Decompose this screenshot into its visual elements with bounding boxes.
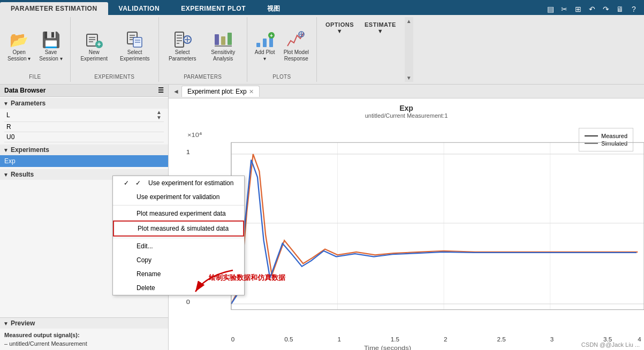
param-R-label: R: [6, 123, 11, 131]
svg-text:2.5: 2.5: [497, 336, 505, 343]
tab-experiment-plot[interactable]: EXPERIMENT PLOT: [170, 2, 256, 15]
icon-btn-4[interactable]: ↶: [586, 3, 598, 15]
new-experiment-label: New Experiment: [78, 49, 110, 62]
add-plot-button[interactable]: + Add Plot▾: [252, 28, 278, 64]
save-session-button[interactable]: 💾 SaveSession ▾: [36, 28, 65, 64]
ctx-check-validation: [124, 193, 132, 201]
folder-icon: 📂: [10, 30, 29, 49]
plot-model-response-button[interactable]: Plot ModelResponse: [281, 28, 312, 64]
svg-rect-13: [175, 32, 184, 47]
experiments-section: ▼ Experiments Exp: [0, 143, 168, 168]
svg-rect-22: [221, 36, 225, 45]
svg-rect-26: [263, 39, 267, 47]
chart-subtitle: untitled/Current Measurement:1: [174, 112, 639, 119]
ctx-copy-label: Copy: [137, 256, 151, 264]
svg-text:0: 0: [231, 336, 234, 343]
estimate-button[interactable]: ESTIMATE ▼: [360, 19, 400, 36]
data-browser-label: Data Browser: [4, 87, 46, 94]
ctx-plot-measured[interactable]: Plot measured experiment data: [113, 207, 244, 220]
results-arrow: ▼: [3, 172, 9, 178]
options-label: OPTIONS: [325, 21, 354, 28]
icon-btn-6[interactable]: 🖥: [614, 3, 626, 15]
tab-validation[interactable]: VALIDATION: [108, 2, 171, 15]
icon-btn-2[interactable]: ✂: [558, 3, 570, 15]
ribbon-scroll-up[interactable]: ▲: [406, 18, 412, 24]
exp-label: Exp: [4, 157, 16, 165]
select-experiments-label: Select Experiments: [119, 49, 151, 62]
ctx-divider-2: [113, 238, 244, 238]
select-parameters-button[interactable]: Select Parameters: [163, 28, 202, 64]
scroll-down[interactable]: ▼: [156, 115, 162, 120]
chart-tabs: ◄ Experiment plot: Exp ✕: [169, 85, 644, 98]
svg-text:+: +: [270, 33, 273, 39]
options-chevron: ▼: [337, 28, 343, 34]
ctx-plot-measured-simulated[interactable]: Plot measured & simulated data: [113, 220, 244, 237]
experiments-arrow: ▼: [3, 147, 9, 153]
chart-tab-left-arrow[interactable]: ◄: [171, 87, 181, 96]
icon-btn-7[interactable]: ?: [628, 3, 640, 15]
ctx-copy[interactable]: Copy: [113, 253, 244, 267]
svg-text:0: 0: [186, 298, 190, 305]
new-experiment-icon: +: [85, 30, 104, 49]
preview-label: Preview: [11, 319, 35, 327]
svg-text:2: 2: [444, 336, 447, 343]
icon-btn-5[interactable]: ↷: [600, 3, 612, 15]
svg-text:1: 1: [337, 336, 340, 343]
chart-tab-close[interactable]: ✕: [249, 88, 254, 95]
ctx-check-delete: [124, 284, 132, 292]
ctx-use-estimation-label: Use experiment for estimation: [148, 179, 233, 187]
svg-text:3: 3: [550, 336, 554, 343]
ctx-check-copy: [124, 256, 132, 264]
ctx-check-edit: [124, 242, 132, 250]
new-experiment-button[interactable]: + New Experiment: [75, 28, 113, 64]
param-item-U0: U0: [4, 132, 164, 142]
add-plot-icon: +: [255, 30, 275, 49]
add-plot-label: Add Plot▾: [255, 49, 275, 62]
ribbon-toolbar: 📂 OpenSession ▾ 💾 SaveSession ▾ FILE: [0, 15, 644, 85]
ctx-edit[interactable]: Edit...: [113, 239, 244, 253]
ctx-plot-measured-label: Plot measured experiment data: [137, 210, 226, 217]
chart-tab-exp[interactable]: Experiment plot: Exp ✕: [181, 86, 260, 97]
icon-btn-3[interactable]: ⊞: [572, 3, 584, 15]
parameters-group-label: PARAMETERS: [184, 74, 222, 80]
ctx-delete[interactable]: Delete: [113, 281, 244, 295]
ctx-use-estimation[interactable]: ✓ Use experiment for estimation: [113, 176, 244, 190]
param-item-L: L ▲ ▼: [4, 109, 164, 122]
ctx-check-measured-simulated: [125, 225, 133, 232]
ctx-use-validation[interactable]: Use experiment for validation: [113, 190, 244, 204]
ribbon-scroll: ▲ ▼: [405, 17, 413, 82]
annotation-text: 绘制实验数据和仿真数据: [209, 273, 285, 283]
preview-content: Measured output signal(s): – untitled/Cu…: [0, 329, 168, 350]
open-session-button[interactable]: 📂 OpenSession ▾: [4, 28, 34, 64]
param-scroll-arrows: ▲ ▼: [156, 110, 162, 120]
preview-content-title: Measured output signal(s):: [4, 332, 164, 338]
data-browser-header: Data Browser ☰: [0, 85, 168, 97]
param-item-R: R: [4, 122, 164, 132]
parameters-section-header: ▼ Parameters: [0, 98, 168, 109]
sensitivity-analysis-icon: [214, 30, 233, 49]
sensitivity-analysis-button[interactable]: Sensitivity Analysis: [204, 28, 243, 64]
ctx-plot-measured-simulated-label: Plot measured & simulated data: [138, 225, 229, 232]
ctx-edit-label: Edit...: [137, 242, 153, 250]
options-estimate-area: OPTIONS ▼ ESTIMATE ▼: [317, 17, 405, 82]
select-parameters-icon: [173, 30, 192, 49]
ctx-divider-1: [113, 205, 244, 206]
sensitivity-analysis-label: Sensitivity Analysis: [207, 49, 239, 62]
chart-tab-label: Experiment plot: Exp: [187, 88, 247, 95]
estimate-label: ESTIMATE: [365, 21, 396, 28]
options-button[interactable]: OPTIONS ▼: [321, 19, 358, 36]
ribbon-group-file: 📂 OpenSession ▾ 💾 SaveSession ▾ FILE: [0, 17, 71, 82]
icon-btn-1[interactable]: ▤: [544, 3, 556, 15]
ribbon-scroll-down[interactable]: ▼: [406, 75, 412, 81]
panel-menu-icon[interactable]: ☰: [158, 87, 164, 94]
ribbon-group-plots: + Add Plot▾ Plot ModelResponse: [247, 17, 317, 82]
tab-view[interactable]: 视图: [256, 2, 291, 15]
save-session-label: SaveSession ▾: [39, 49, 62, 62]
main-content: Data Browser ☰ ▼ Parameters L ▲ ▼ R: [0, 85, 644, 350]
svg-text:+: +: [97, 41, 101, 48]
ctx-check-measured: [124, 210, 132, 217]
svg-rect-21: [215, 34, 219, 45]
experiment-item-exp[interactable]: Exp: [0, 155, 168, 167]
select-experiments-button[interactable]: Select Experiments: [116, 28, 154, 64]
tab-parameter-estimation[interactable]: PARAMETER ESTIMATION: [0, 2, 108, 15]
